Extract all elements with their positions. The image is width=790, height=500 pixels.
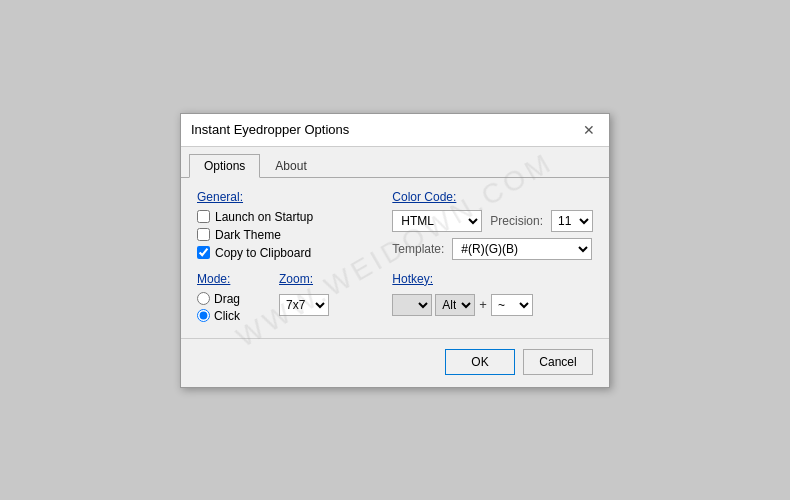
hotkey-key-select[interactable]: ~ ABCD EFGH IJKL MNOP QRST UVWX YZ [491, 294, 533, 316]
template-select[interactable]: #(R)(G)(B) rgb(R,G,B) hsl(H,S,L) [452, 238, 592, 260]
dark-theme-label: Dark Theme [215, 228, 281, 242]
launch-startup-row: Launch on Startup [197, 210, 376, 224]
click-radio[interactable] [197, 309, 210, 322]
mode-drag-row: Drag [197, 292, 267, 306]
cancel-button[interactable]: Cancel [523, 349, 593, 375]
general-label: General: [197, 190, 376, 204]
launch-startup-label: Launch on Startup [215, 210, 313, 224]
template-row: Template: #(R)(G)(B) rgb(R,G,B) hsl(H,S,… [392, 238, 593, 260]
clipboard-label: Copy to Clipboard [215, 246, 311, 260]
hotkey-section: Hotkey: Ctrl Alt Shift Ctrl Alt Shif [392, 272, 593, 316]
color-code-label: Color Code: [392, 190, 593, 204]
launch-startup-checkbox[interactable] [197, 210, 210, 223]
zoom-section: Zoom: 3x3 5x5 7x7 9x9 11x11 [279, 272, 334, 316]
clipboard-checkbox[interactable] [197, 246, 210, 259]
format-select[interactable]: HTML HEX RGB HSL [392, 210, 482, 232]
hotkey-label: Hotkey: [392, 272, 593, 286]
color-code-section: Color Code: HTML HEX RGB HSL Precision: … [392, 190, 593, 260]
hotkey-plus: + [479, 297, 487, 312]
bottom-left-row: Mode: Drag Click Zoom: [197, 272, 376, 326]
general-section: General: Launch on Startup Dark Theme Co… [197, 190, 376, 260]
tab-about[interactable]: About [260, 154, 321, 178]
tab-content: General: Launch on Startup Dark Theme Co… [181, 178, 609, 338]
precision-select[interactable]: 1234 5678 91011 [551, 210, 593, 232]
drag-radio[interactable] [197, 292, 210, 305]
dark-theme-row: Dark Theme [197, 228, 376, 242]
mode-click-row: Click [197, 309, 267, 323]
zoom-label: Zoom: [279, 272, 334, 286]
template-label: Template: [392, 242, 444, 256]
dialog: Instant Eyedropper Options ✕ Options Abo… [180, 113, 610, 388]
hotkey-modifier1-select[interactable]: Ctrl Alt Shift [392, 294, 432, 316]
ok-button[interactable]: OK [445, 349, 515, 375]
right-column: Color Code: HTML HEX RGB HSL Precision: … [392, 190, 593, 326]
hotkey-modifier2-select[interactable]: Ctrl Alt Shift [435, 294, 475, 316]
hotkey-row: Ctrl Alt Shift Ctrl Alt Shift + ~ [392, 294, 593, 316]
zoom-select[interactable]: 3x3 5x5 7x7 9x9 11x11 [279, 294, 329, 316]
format-precision-row: HTML HEX RGB HSL Precision: 1234 5678 91… [392, 210, 593, 232]
drag-label: Drag [214, 292, 240, 306]
dialog-title: Instant Eyedropper Options [191, 122, 349, 137]
click-label: Click [214, 309, 240, 323]
tab-bar: Options About [181, 147, 609, 178]
content-columns: General: Launch on Startup Dark Theme Co… [197, 190, 593, 326]
precision-label: Precision: [490, 214, 543, 228]
tab-options[interactable]: Options [189, 154, 260, 178]
mode-label: Mode: [197, 272, 267, 286]
mode-section: Mode: Drag Click [197, 272, 267, 326]
dark-theme-checkbox[interactable] [197, 228, 210, 241]
title-bar: Instant Eyedropper Options ✕ [181, 114, 609, 147]
left-column: General: Launch on Startup Dark Theme Co… [197, 190, 376, 326]
close-button[interactable]: ✕ [579, 120, 599, 140]
clipboard-row: Copy to Clipboard [197, 246, 376, 260]
button-row: OK Cancel [181, 338, 609, 387]
